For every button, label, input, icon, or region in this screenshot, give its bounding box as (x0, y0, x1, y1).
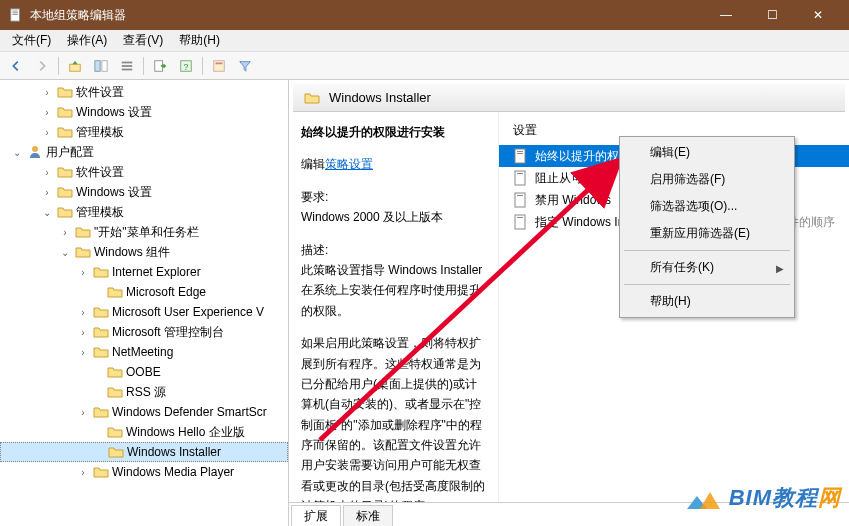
folder-icon (107, 364, 123, 380)
toolbar: ? (0, 52, 849, 80)
svg-rect-20 (517, 173, 523, 174)
chevron-right-icon: › (76, 407, 90, 418)
list-view-button[interactable] (115, 55, 139, 77)
chevron-right-icon: ▶ (776, 262, 784, 273)
context-reapply-filter[interactable]: 重新应用筛选器(E) (622, 220, 792, 247)
folder-icon (93, 324, 109, 340)
menu-separator (624, 284, 790, 285)
policy-icon (513, 170, 529, 186)
folder-icon (57, 184, 73, 200)
chevron-right-icon: › (40, 87, 54, 98)
chevron-down-icon: ⌄ (58, 247, 72, 258)
folder-icon (93, 404, 109, 420)
maximize-button[interactable]: ☐ (749, 0, 795, 30)
svg-text:?: ? (184, 61, 189, 71)
nav-forward-button[interactable] (30, 55, 54, 77)
context-enable-filter[interactable]: 启用筛选器(F) (622, 166, 792, 193)
folder-icon (93, 464, 109, 480)
title-bar: 本地组策略编辑器 — ☐ ✕ (0, 0, 849, 30)
tree-windows-settings[interactable]: ›Windows 设置 (0, 102, 288, 122)
chevron-right-icon: › (76, 327, 90, 338)
tab-standard[interactable]: 标准 (343, 505, 393, 526)
tree-panel[interactable]: ›软件设置 ›Windows 设置 ›管理模板 ⌄用户配置 ›软件设置 ›Win… (0, 80, 289, 526)
menu-help[interactable]: 帮助(H) (171, 30, 228, 51)
folder-icon (93, 344, 109, 360)
folder-icon (107, 284, 123, 300)
svg-rect-3 (13, 14, 18, 15)
tree-mmc[interactable]: ›Microsoft 管理控制台 (0, 322, 288, 342)
folder-icon (57, 104, 73, 120)
menu-view[interactable]: 查看(V) (115, 30, 171, 51)
svg-point-15 (32, 146, 38, 152)
folder-icon (93, 304, 109, 320)
edit-policy-link[interactable]: 策略设置 (325, 157, 373, 171)
tree-rss[interactable]: RSS 源 (0, 382, 288, 402)
filter-button[interactable] (233, 55, 257, 77)
export-button[interactable] (148, 55, 172, 77)
right-header-title: Windows Installer (329, 90, 431, 105)
folder-icon (57, 204, 73, 220)
user-config-icon (27, 144, 43, 160)
chevron-right-icon: › (76, 347, 90, 358)
tree-admin-templates[interactable]: ›管理模板 (0, 122, 288, 142)
tree-admin-templates-2[interactable]: ⌄管理模板 (0, 202, 288, 222)
svg-rect-24 (517, 217, 523, 218)
toolbar-separator (202, 57, 203, 75)
folder-icon (107, 424, 123, 440)
menu-action[interactable]: 操作(A) (59, 30, 115, 51)
menu-file[interactable]: 文件(F) (4, 30, 59, 51)
tree-microsoft-edge[interactable]: Microsoft Edge (0, 282, 288, 302)
tree-oobe[interactable]: OOBE (0, 362, 288, 382)
chevron-right-icon: › (40, 127, 54, 138)
context-filter-options[interactable]: 筛选器选项(O)... (622, 193, 792, 220)
tree-windows-settings-2[interactable]: ›Windows 设置 (0, 182, 288, 202)
folder-icon (57, 164, 73, 180)
app-icon (8, 7, 24, 23)
minimize-button[interactable]: — (703, 0, 749, 30)
tab-extended[interactable]: 扩展 (291, 505, 341, 526)
filter-options-button[interactable] (207, 55, 231, 77)
svg-rect-7 (122, 61, 133, 63)
tree-software-settings[interactable]: ›软件设置 (0, 82, 288, 102)
toolbar-separator (58, 57, 59, 75)
svg-rect-9 (122, 68, 133, 70)
close-button[interactable]: ✕ (795, 0, 841, 30)
properties-button[interactable] (89, 55, 113, 77)
tree-user-config[interactable]: ⌄用户配置 (0, 142, 288, 162)
folder-icon (93, 264, 109, 280)
tree-netmeeting[interactable]: ›NetMeeting (0, 342, 288, 362)
description-column: 始终以提升的权限进行安装 编辑策略设置 要求:Windows 2000 及以上版… (289, 112, 499, 502)
tree-defender-smartscreen[interactable]: ›Windows Defender SmartScr (0, 402, 288, 422)
up-level-button[interactable] (63, 55, 87, 77)
context-all-tasks[interactable]: 所有任务(K)▶ (622, 254, 792, 281)
folder-icon (75, 244, 91, 260)
policy-icon (513, 192, 529, 208)
refresh-button[interactable]: ? (174, 55, 198, 77)
tree-muev[interactable]: ›Microsoft User Experience V (0, 302, 288, 322)
context-help[interactable]: 帮助(H) (622, 288, 792, 315)
right-panel: Windows Installer 始终以提升的权限进行安装 编辑策略设置 要求… (289, 80, 849, 526)
chevron-right-icon: › (40, 187, 54, 198)
chevron-right-icon: › (76, 467, 90, 478)
chevron-right-icon: › (40, 167, 54, 178)
svg-rect-18 (517, 153, 523, 154)
tree-start-menu[interactable]: ›"开始"菜单和任务栏 (0, 222, 288, 242)
tree-windows-installer[interactable]: Windows Installer (0, 442, 288, 462)
tree-software-settings-2[interactable]: ›软件设置 (0, 162, 288, 182)
tree-windows-media-player[interactable]: ›Windows Media Player (0, 462, 288, 482)
tree-windows-hello[interactable]: Windows Hello 企业版 (0, 422, 288, 442)
svg-rect-17 (517, 151, 523, 152)
right-panel-header: Windows Installer (293, 84, 845, 112)
folder-icon (57, 84, 73, 100)
chevron-right-icon: › (58, 227, 72, 238)
nav-back-button[interactable] (4, 55, 28, 77)
folder-icon (57, 124, 73, 140)
svg-rect-4 (70, 64, 81, 71)
tree-internet-explorer[interactable]: ›Internet Explorer (0, 262, 288, 282)
chevron-right-icon: › (40, 107, 54, 118)
context-edit[interactable]: 编辑(E) (622, 139, 792, 166)
tree-windows-components[interactable]: ⌄Windows 组件 (0, 242, 288, 262)
context-menu[interactable]: 编辑(E) 启用筛选器(F) 筛选器选项(O)... 重新应用筛选器(E) 所有… (619, 136, 795, 318)
folder-icon (304, 90, 320, 106)
svg-rect-1 (13, 11, 18, 12)
